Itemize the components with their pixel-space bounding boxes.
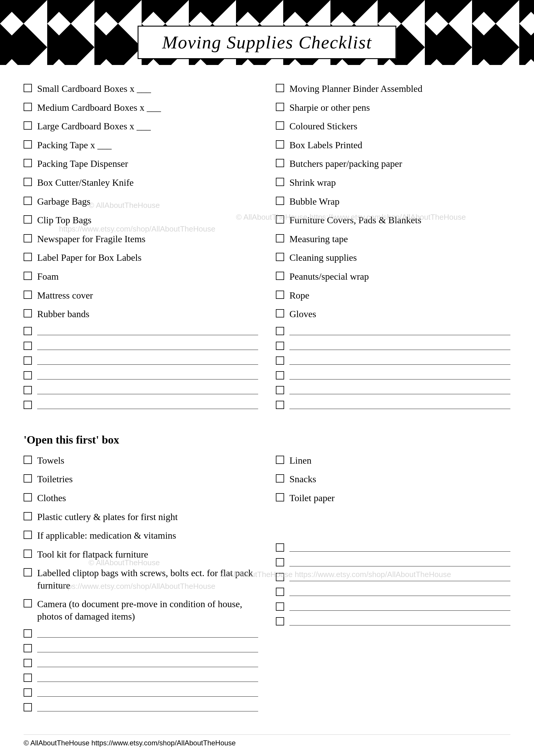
checkbox[interactable] [24, 327, 32, 335]
list-item: Furniture Covers, Pads & Blankets [276, 214, 510, 227]
checkbox[interactable] [24, 159, 32, 167]
list-item: Packing Tape Dispenser [24, 158, 258, 170]
checkbox[interactable] [276, 291, 284, 299]
list-item: Labelled cliptop bags with screws, bolts… [24, 567, 258, 591]
checkbox[interactable] [24, 688, 32, 697]
checkbox[interactable] [24, 215, 32, 224]
checkbox[interactable] [24, 84, 32, 92]
checkbox[interactable] [276, 474, 284, 482]
checkbox[interactable] [276, 617, 284, 626]
list-item: Plastic cutlery & plates for first night [24, 511, 258, 523]
checkbox[interactable] [24, 122, 32, 130]
blank-row [276, 327, 510, 335]
checkbox[interactable] [24, 474, 32, 482]
list-item: Butchers paper/packing paper [276, 158, 510, 170]
list-item: Medium Cardboard Boxes x ___ [24, 102, 258, 114]
checkbox[interactable] [24, 342, 32, 350]
checkbox[interactable] [24, 197, 32, 205]
checkbox[interactable] [276, 84, 284, 92]
checkbox[interactable] [24, 178, 32, 186]
checkbox[interactable] [276, 122, 284, 130]
checkbox[interactable] [24, 703, 32, 712]
checkbox[interactable] [276, 401, 284, 409]
checkbox[interactable] [24, 456, 32, 464]
checkbox[interactable] [276, 603, 284, 611]
spacer [276, 537, 510, 543]
list-item: Tool kit for flatpack furniture [24, 548, 258, 561]
blank-row [276, 401, 510, 409]
checkbox[interactable] [24, 512, 32, 520]
checkbox[interactable] [276, 543, 284, 552]
blank-row [24, 371, 258, 379]
checkbox[interactable] [24, 401, 32, 409]
blank-row [276, 558, 510, 566]
checkbox[interactable] [276, 309, 284, 317]
checkbox[interactable] [276, 215, 284, 224]
blank-row [24, 357, 258, 365]
footer: © AllAboutTheHouse https://www.etsy.com/… [24, 735, 510, 747]
left-column: Small Cardboard Boxes x ___ Medium Cardb… [24, 83, 258, 416]
blank-row [276, 617, 510, 626]
checkbox[interactable] [24, 550, 32, 558]
checkbox[interactable] [24, 493, 32, 501]
checkbox[interactable] [24, 357, 32, 365]
checkbox[interactable] [24, 234, 32, 242]
checkbox[interactable] [276, 159, 284, 167]
checkbox[interactable] [24, 659, 32, 667]
checkbox[interactable] [276, 493, 284, 501]
checkbox[interactable] [24, 309, 32, 317]
list-item: Mattress cover [24, 289, 258, 302]
list-item: Garbage Bags [24, 196, 258, 208]
checkbox[interactable] [24, 386, 32, 394]
blank-row [24, 644, 258, 652]
checkbox[interactable] [276, 357, 284, 365]
list-item: Shrink wrap [276, 176, 510, 189]
checkbox[interactable] [276, 342, 284, 350]
checkbox[interactable] [24, 531, 32, 539]
list-item: Moving Planner Binder Assembled [276, 83, 510, 95]
spacer [276, 530, 510, 537]
checkbox[interactable] [276, 234, 284, 242]
checkbox[interactable] [24, 291, 32, 299]
checkbox[interactable] [276, 140, 284, 148]
list-item: Label Paper for Box Labels [24, 252, 258, 264]
checkbox[interactable] [24, 674, 32, 682]
checkbox[interactable] [276, 272, 284, 280]
checkbox[interactable] [276, 386, 284, 394]
checkbox[interactable] [276, 573, 284, 581]
checkbox[interactable] [276, 197, 284, 205]
checkbox[interactable] [276, 558, 284, 566]
checkbox[interactable] [276, 327, 284, 335]
title-banner: Moving Supplies Checklist [138, 26, 396, 59]
checkbox[interactable] [24, 272, 32, 280]
list-item: Gloves [276, 308, 510, 320]
list-item: Small Cardboard Boxes x ___ [24, 83, 258, 95]
checkbox[interactable] [24, 140, 32, 148]
list-item: Linen [276, 454, 510, 467]
checkbox[interactable] [24, 644, 32, 652]
right-column: Moving Planner Binder Assembled Sharpie … [276, 83, 510, 416]
checkbox[interactable] [24, 253, 32, 261]
checkbox[interactable] [276, 253, 284, 261]
blank-row [276, 342, 510, 350]
checkbox[interactable] [276, 178, 284, 186]
footer-text: © AllAboutTheHouse https://www.etsy.com/… [24, 739, 236, 747]
blank-row [24, 342, 258, 350]
checkbox[interactable] [24, 629, 32, 637]
blank-row [24, 703, 258, 712]
blank-row [24, 674, 258, 682]
checkbox[interactable] [276, 103, 284, 111]
list-item: Snacks [276, 473, 510, 485]
checkbox[interactable] [276, 371, 284, 379]
blank-row [276, 543, 510, 552]
checkbox[interactable] [276, 456, 284, 464]
checkbox[interactable] [24, 103, 32, 111]
chevron-header: Moving Supplies Checklist [0, 0, 534, 65]
checkbox[interactable] [24, 568, 32, 577]
list-item: Cleaning supplies [276, 252, 510, 264]
checkbox[interactable] [24, 599, 32, 608]
blank-row [276, 603, 510, 611]
list-item: Toilet paper [276, 492, 510, 504]
checkbox[interactable] [276, 588, 284, 596]
checkbox[interactable] [24, 371, 32, 379]
